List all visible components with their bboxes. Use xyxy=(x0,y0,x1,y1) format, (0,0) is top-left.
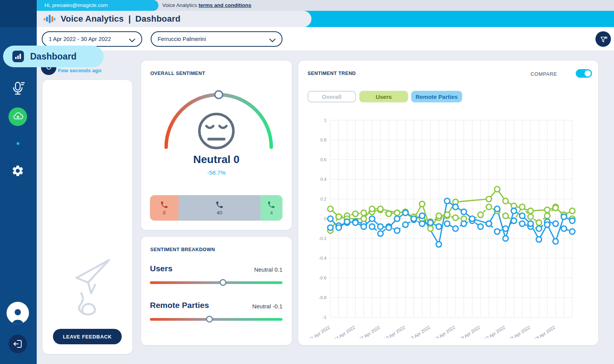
date-range-value: 1 Apr 2022 - 30 Apr 2022 xyxy=(49,36,111,42)
svg-text:25 Apr 2022: 25 Apr 2022 xyxy=(509,325,531,338)
svg-text:07 Apr 2022: 07 Apr 2022 xyxy=(358,325,381,338)
page-title: Dashboard xyxy=(135,14,180,24)
chip-overall[interactable]: Overall xyxy=(308,91,356,102)
svg-text:19 Apr 2022: 19 Apr 2022 xyxy=(458,325,481,338)
svg-text:-1: -1 xyxy=(323,315,327,320)
svg-text:0.2: 0.2 xyxy=(320,197,327,201)
svg-text:28 Apr 2022: 28 Apr 2022 xyxy=(533,325,556,338)
svg-text:1: 1 xyxy=(324,118,327,122)
settings-gear-icon[interactable] xyxy=(9,162,27,180)
app-header-bar: Voice Analytics | Dashboard xyxy=(37,11,311,27)
phone-icon xyxy=(267,201,276,209)
dashboard-pill-label: Dashboard xyxy=(30,51,77,62)
svg-text:0.8: 0.8 xyxy=(320,138,327,142)
phone-icon xyxy=(160,201,168,209)
svg-text:-0.2: -0.2 xyxy=(319,236,327,241)
breakdown-users-value: Neutral 0.1 xyxy=(254,266,282,273)
trend-chart-svg: 10.80.60.40.20-0.2-0.4-0.6-0.8-101 Apr 2… xyxy=(305,116,595,338)
compare-label: COMPARE xyxy=(531,71,557,77)
slider-track xyxy=(150,281,282,284)
negative-calls-count: 8 xyxy=(163,210,166,216)
gauge-knob xyxy=(215,91,223,99)
sidebar-top-block xyxy=(0,0,37,27)
chevron-down-icon xyxy=(129,37,135,44)
sentiment-trend-title: SENTIMENT TREND xyxy=(308,71,356,76)
chip-remote-parties[interactable]: Remote Parties xyxy=(411,91,462,102)
svg-text:0.6: 0.6 xyxy=(320,157,327,162)
chevron-down-icon xyxy=(269,37,276,44)
paper-plane-illustration xyxy=(66,258,112,320)
svg-text:-0.6: -0.6 xyxy=(319,276,327,280)
breakdown-remote-label: Remote Parties xyxy=(150,301,209,310)
svg-text:16 Apr 2022: 16 Apr 2022 xyxy=(433,325,456,338)
bar-chart-icon xyxy=(12,51,24,62)
last-refresh-text: Few seconds ago xyxy=(58,68,102,73)
terms-line: Voice Analytics terms and conditions xyxy=(162,0,251,11)
sidebar-item-dashboard[interactable]: Dashboard xyxy=(3,46,104,67)
sentiment-trend-card: SENTIMENT TREND COMPARE Overall Users Re… xyxy=(298,61,598,345)
phone-icon xyxy=(215,201,224,209)
cloud-upload-icon[interactable] xyxy=(9,107,27,126)
overall-sentiment-delta: -58.7% xyxy=(141,169,292,176)
svg-text:10 Apr 2022: 10 Apr 2022 xyxy=(383,325,406,338)
breakdown-users-label: Users xyxy=(150,264,172,273)
terms-product-text: Voice Analytics xyxy=(162,2,197,8)
remote-parties-sentiment-slider xyxy=(150,315,282,323)
slider-knob xyxy=(219,279,226,286)
voice-analytics-mic-icon[interactable] xyxy=(9,79,27,98)
slider-track xyxy=(150,318,282,321)
sentiment-breakdown-title: SENTIMENT BREAKDOWN xyxy=(150,247,215,252)
date-range-select[interactable]: 1 Apr 2022 - 30 Apr 2022 xyxy=(42,31,142,47)
sidebar-dot xyxy=(17,142,19,145)
svg-text:13 Apr 2022: 13 Apr 2022 xyxy=(408,325,431,338)
chip-users[interactable]: Users xyxy=(359,91,408,102)
slider-knob xyxy=(206,316,213,323)
feedback-card: LEAVE FEEDBACK xyxy=(43,80,132,354)
compare-toggle[interactable] xyxy=(576,69,592,78)
svg-text:-0.8: -0.8 xyxy=(319,295,327,300)
overall-sentiment-value: Neutral 0 xyxy=(141,153,292,166)
svg-text:0.4: 0.4 xyxy=(320,177,327,182)
svg-text:22 Apr 2022: 22 Apr 2022 xyxy=(483,325,506,338)
svg-text:04 Apr 2022: 04 Apr 2022 xyxy=(333,325,356,338)
neutral-calls-segment: 40 xyxy=(179,195,260,221)
toggle-knob xyxy=(585,70,591,77)
positive-calls-count: 4 xyxy=(270,210,273,216)
app-name: Voice Analytics xyxy=(61,14,124,24)
positive-calls-segment: 4 xyxy=(260,195,282,221)
user-avatar[interactable] xyxy=(7,302,29,324)
svg-text:0: 0 xyxy=(324,216,327,221)
leave-feedback-button[interactable]: LEAVE FEEDBACK xyxy=(53,329,122,344)
user-select-value: Ferruccio Palmerini xyxy=(158,36,206,42)
svg-text:-0.4: -0.4 xyxy=(319,256,327,260)
user-select[interactable]: Ferruccio Palmerini xyxy=(151,31,282,47)
neutral-calls-count: 40 xyxy=(217,210,222,216)
overall-sentiment-card: OVERALL SENTIMENT Neutral 0 -58.7% xyxy=(141,61,292,230)
terms-and-conditions-link[interactable]: terms and conditions xyxy=(199,2,252,8)
neutral-face-icon xyxy=(199,114,233,148)
voice-analytics-dashboard: Hi, presales@imagicle.com Voice Analytic… xyxy=(0,0,614,364)
clear-filters-icon[interactable] xyxy=(595,31,611,47)
logout-icon[interactable] xyxy=(9,335,27,353)
header-separator: | xyxy=(128,14,131,24)
users-sentiment-slider xyxy=(150,279,282,286)
sentiment-breakdown-card: SENTIMENT BREAKDOWN Users Neutral 0.1 Re… xyxy=(141,237,292,345)
overall-sentiment-title: OVERALL SENTIMENT xyxy=(150,71,205,76)
breakdown-remote-value: Neutral -0.1 xyxy=(252,303,282,310)
imagicle-logo-icon xyxy=(44,14,55,24)
svg-text:01 Apr 2022: 01 Apr 2022 xyxy=(308,325,331,338)
call-sentiment-bar: 8 40 4 xyxy=(150,195,282,221)
sentiment-gauge xyxy=(151,87,282,153)
greeting-text: Hi, presales@imagicle.com xyxy=(44,2,108,8)
greeting-pill: Hi, presales@imagicle.com xyxy=(37,0,158,11)
negative-calls-segment: 8 xyxy=(150,195,179,221)
